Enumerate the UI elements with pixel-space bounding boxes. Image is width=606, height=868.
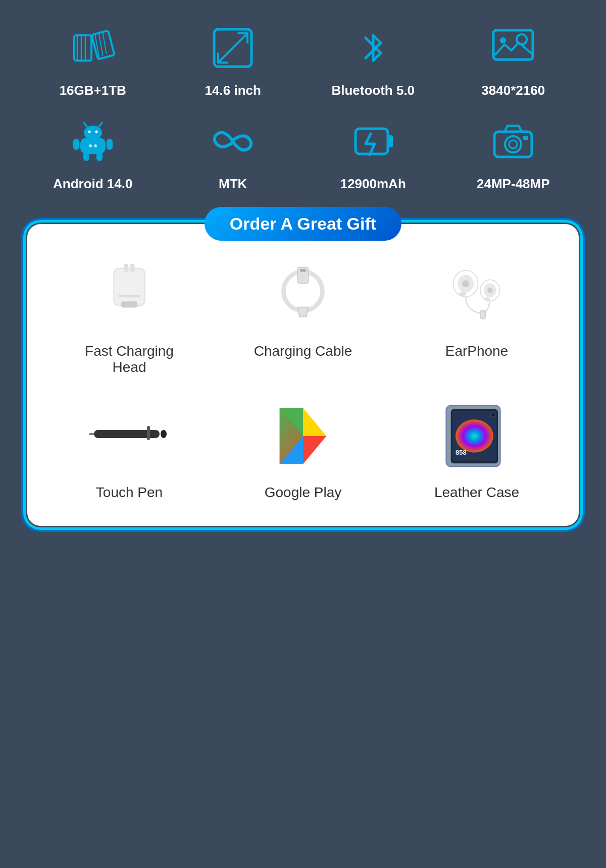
svg-point-60 (456, 419, 493, 452)
svg-point-14 (84, 126, 102, 140)
gift-earphone-label: EarPhone (445, 343, 509, 359)
bluetooth-icon (345, 20, 401, 76)
display-icon (485, 20, 541, 76)
spec-bluetooth: Bluetooth 5.0 (306, 20, 441, 98)
svg-rect-64 (465, 457, 484, 459)
leather-case-icon: 858 (431, 396, 522, 476)
gift-touch-pen: Touch Pen (47, 396, 211, 501)
spec-camera-label: 24MP-48MP (477, 176, 550, 192)
gift-charging-cable-label: Charging Cable (254, 343, 352, 359)
camera-icon (485, 114, 541, 169)
touch-pen-icon (84, 396, 175, 476)
svg-rect-13 (80, 138, 106, 154)
svg-point-23 (89, 144, 92, 147)
svg-point-16 (95, 131, 97, 133)
gift-title: Order A Great Gift (230, 214, 376, 233)
svg-point-12 (500, 37, 506, 43)
spec-storage-label: 16GB+1TB (60, 83, 126, 98)
svg-point-62 (492, 413, 495, 416)
gift-fast-charging-label: Fast ChargingHead (85, 343, 174, 375)
svg-line-18 (99, 123, 102, 127)
svg-rect-19 (73, 139, 79, 150)
gift-charging-cable: Charging Cable (221, 254, 385, 375)
spec-size-label: 14.6 inch (205, 83, 261, 98)
svg-line-17 (84, 123, 87, 127)
svg-rect-26 (388, 135, 393, 147)
svg-rect-10 (493, 30, 533, 60)
google-play-icon (258, 396, 348, 476)
svg-point-28 (505, 136, 521, 152)
svg-line-9 (218, 33, 247, 63)
specs-grid: 16GB+1TB 14.6 inch Bluetooth 5.0 (25, 20, 581, 192)
gift-title-wrap: Order A Great Gift (205, 207, 401, 241)
spec-resolution-label: 3840*2160 (481, 83, 545, 98)
svg-marker-55 (303, 436, 326, 464)
battery-icon (345, 114, 401, 169)
svg-rect-32 (121, 301, 137, 307)
earphone-icon (431, 254, 522, 335)
spec-resolution: 3840*2160 (446, 20, 581, 98)
spec-android: Android 14.0 (25, 114, 161, 192)
size-icon (205, 20, 261, 76)
mtk-icon (205, 114, 261, 169)
svg-rect-20 (107, 139, 113, 150)
svg-rect-34 (130, 264, 135, 272)
spec-mtk: MTK (166, 114, 301, 192)
svg-point-24 (94, 144, 97, 147)
gift-google-play: Google Play (221, 396, 385, 501)
svg-rect-30 (523, 136, 528, 140)
gift-google-play-label: Google Play (265, 484, 342, 501)
spec-battery-label: 12900mAh (340, 176, 406, 192)
android-icon (65, 114, 121, 169)
gift-touch-pen-label: Touch Pen (96, 484, 163, 501)
spec-android-label: Android 14.0 (53, 176, 132, 192)
svg-point-49 (161, 430, 167, 438)
svg-rect-22 (96, 152, 103, 161)
svg-point-47 (485, 297, 490, 301)
gift-grid: Fast ChargingHead Charging Cable (47, 254, 559, 501)
svg-rect-38 (300, 269, 306, 272)
charger-icon (84, 254, 175, 335)
spec-storage: 16GB+1TB (25, 20, 161, 98)
gift-earphone: EarPhone (395, 254, 559, 375)
svg-rect-21 (83, 152, 89, 161)
gift-section: Order A Great Gift Fast ChargingHead (25, 222, 581, 528)
gift-leather-case: 858 Leather Case (395, 396, 559, 501)
svg-rect-35 (118, 295, 140, 297)
svg-text:858: 858 (456, 449, 467, 456)
svg-point-41 (462, 280, 469, 287)
gift-leather-case-label: Leather Case (434, 484, 519, 501)
svg-point-29 (509, 140, 517, 148)
svg-rect-33 (124, 264, 129, 272)
memory-icon (65, 20, 121, 76)
spec-bluetooth-label: Bluetooth 5.0 (331, 83, 415, 98)
spec-size: 14.6 inch (166, 20, 301, 98)
svg-rect-45 (480, 310, 486, 319)
spec-mtk-label: MTK (219, 176, 247, 192)
svg-point-46 (459, 292, 466, 296)
gift-fast-charging: Fast ChargingHead (47, 254, 211, 375)
svg-rect-50 (147, 426, 150, 440)
cable-icon (258, 254, 348, 335)
svg-rect-31 (114, 268, 144, 306)
svg-point-44 (487, 288, 493, 293)
svg-marker-53 (303, 408, 326, 436)
spec-battery: 12900mAh (306, 114, 441, 192)
svg-point-15 (88, 131, 90, 133)
spec-camera: 24MP-48MP (446, 114, 581, 192)
